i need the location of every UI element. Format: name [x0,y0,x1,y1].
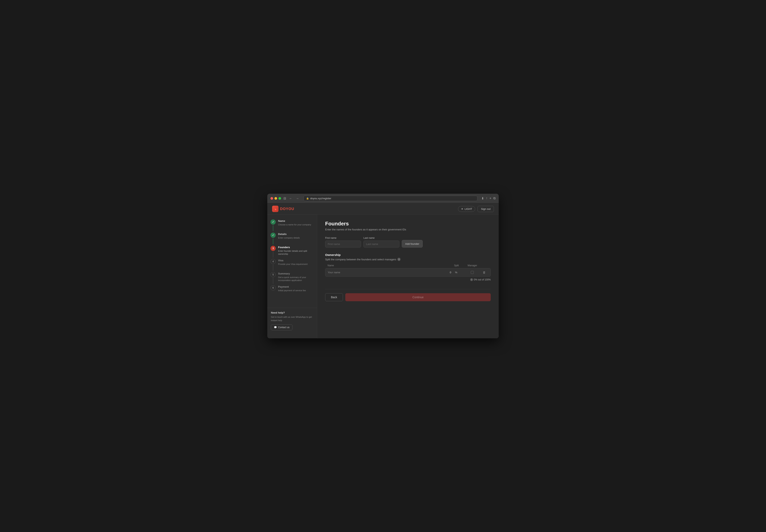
close-window-btn[interactable] [270,197,273,200]
continue-button[interactable]: Continue [345,293,491,301]
step-5-title: Summary [278,272,314,275]
delete-row-button[interactable]: 🗑 [482,270,486,274]
traffic-lights [270,197,281,200]
summary-text: 0% out of 100% [474,278,491,281]
sidebar-item-summary[interactable]: 5 Summary Get a quick summary of your in… [270,272,314,284]
sidebar-help: Need help? Get in touch with us over Wha… [267,308,317,334]
sidebar-item-visa[interactable]: 4 Visa Provide your Visa requirement [270,259,314,271]
top-bar-actions: ☀ LIGHT Sign out [458,206,494,212]
step-4-content: Visa Provide your Visa requirement [278,259,308,266]
last-name-group: Last name [363,237,399,248]
browser-window: ⊟ ← → 🔒 doyou.xyz/register ⬇ ↑ + ⧉ 🔖 DOY… [267,194,499,338]
light-btn-label: LIGHT [465,207,472,210]
address-bar[interactable]: 🔒 doyou.xyz/register [304,196,477,201]
browser-back-btn[interactable]: ← [288,196,293,200]
step-5-desc: Get a quick summary of your incorporatio… [278,276,314,282]
add-founder-button[interactable]: Add founder [402,240,423,248]
main-content: Founders Enter the names of the founders… [317,215,499,338]
step-1-content: Name Choose a name for your company [278,219,311,226]
last-name-input[interactable] [363,241,399,248]
contact-button[interactable]: 💬 Contact us [271,324,292,330]
logo-text: DOYOU [280,207,294,211]
step-3-circle: 3 [270,246,276,251]
back-button[interactable]: Back [325,293,343,301]
contact-label: Contact us [278,326,289,329]
step-2-content: Details Enter company details [278,233,300,239]
whatsapp-icon: 💬 [274,326,277,329]
page-title: Founders [325,221,491,227]
light-mode-button[interactable]: ☀ LIGHT [458,206,475,212]
step-4-title: Visa [278,259,308,262]
browser-forward-btn[interactable]: → [295,196,300,200]
logo-icon: 🔖 [272,206,278,212]
step-2-line [273,238,273,244]
manager-cell [464,271,480,274]
tabs-icon[interactable]: ⧉ [493,196,496,200]
info-icon[interactable]: i [397,258,401,261]
action-cell: 🗑 [480,270,488,274]
step-1-desc: Choose a name for your company [278,223,311,226]
step-1-circle: ✓ [270,219,276,225]
owner-name: Your name [328,271,448,274]
top-bar: 🔖 DOYOU ☀ LIGHT Sign out [267,203,499,215]
maximize-window-btn[interactable] [278,197,281,200]
download-icon[interactable]: ⬇ [481,196,484,200]
step-6-title: Payment [278,285,306,289]
step-1-title: Name [278,219,311,223]
step-6-indicator: 6 [270,285,276,290]
ownership-summary: i 0% out of 100% [325,278,491,281]
minimize-window-btn[interactable] [274,197,277,200]
step-3-indicator: 3 [270,246,276,258]
col-action-header [480,264,488,267]
step-5-line [273,278,273,284]
col-name-header: Name [328,264,448,267]
new-tab-icon[interactable]: + [490,196,491,200]
sign-out-button[interactable]: Sign out [478,206,494,212]
browser-chrome: ⊟ ← → 🔒 doyou.xyz/register ⬇ ↑ + ⧉ [267,194,499,203]
step-2-title: Details [278,233,300,236]
split-percent: % [455,271,457,274]
step-3-content: Founders Enter founder details and split… [278,246,314,256]
ownership-desc: Split the company between the founders a… [325,258,491,261]
step-1-indicator: ✓ [270,219,276,232]
sidebar-item-founders[interactable]: 3 Founders Enter founder details and spl… [270,246,314,258]
logo: 🔖 DOYOU [272,206,294,212]
step-4-circle: 4 [270,259,276,264]
ownership-table-header: Name Split Manager [325,264,491,268]
sidebar-item-name[interactable]: ✓ Name Choose a name for your company [270,219,314,232]
sidebar-item-details[interactable]: ✓ Details Enter company details [270,233,314,245]
main-layout: ✓ Name Choose a name for your company ✓ [267,215,499,338]
sidebar-steps: ✓ Name Choose a name for your company ✓ [267,219,317,305]
sidebar-toggle-btn[interactable]: ⊟ [283,196,286,200]
browser-actions: ⬇ ↑ + ⧉ [481,196,496,200]
sun-icon: ☀ [461,207,463,210]
bottom-actions: Back Continue [325,289,491,301]
split-cell: % [448,271,464,274]
sidebar: ✓ Name Choose a name for your company ✓ [267,215,317,338]
summary-info-icon: i [470,278,473,281]
founder-form-row: First name Last name Add founder [325,237,491,248]
step-2-indicator: ✓ [270,233,276,245]
step-5-indicator: 5 [270,272,276,284]
step-4-indicator: 4 [270,259,276,271]
manager-checkbox[interactable] [471,271,474,274]
step-2-desc: Enter company details [278,236,300,239]
ownership-row: Your name % 🗑 [325,268,491,277]
step-6-circle: 6 [270,285,276,290]
share-icon[interactable]: ↑ [486,196,488,200]
step-2-circle: ✓ [270,233,276,238]
step-3-desc: Enter founder details and split ownershi… [278,250,314,256]
url-text: doyou.xyz/register [310,197,331,200]
step-4-line [273,265,273,271]
first-name-label: First name [325,237,361,239]
first-name-input[interactable] [325,241,361,248]
step-6-content: Payment Initial payment of service fee [278,285,306,292]
step-5-circle: 5 [270,272,276,277]
help-title: Need help? [271,311,313,314]
split-input[interactable] [448,271,454,274]
step-3-title: Founders [278,246,314,249]
col-split-header: Split [448,264,464,267]
step-4-desc: Provide your Visa requirement [278,263,308,266]
sidebar-item-payment[interactable]: 6 Payment Initial payment of service fee [270,285,314,292]
lock-icon: 🔒 [306,197,309,200]
